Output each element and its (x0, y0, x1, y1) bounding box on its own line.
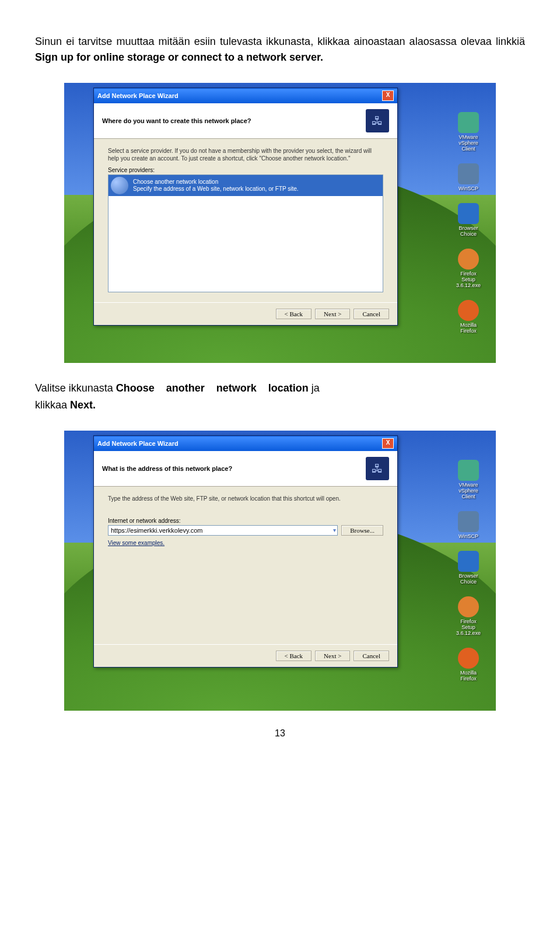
wizard-header-text: Where do you want to create this network… (102, 117, 251, 124)
desktop-icon-firefox-setup-2[interactable]: Firefox Setup 3.6.12.exe (454, 596, 483, 636)
globe-icon (111, 177, 128, 194)
instruction-text: Select a service provider. If you do not… (108, 147, 383, 162)
next-button-2[interactable]: Next > (315, 651, 350, 661)
desktop-icon-firefox-setup[interactable]: Firefox Setup 3.6.12.exe (454, 249, 483, 288)
wizard-buttons-2: < Back Next > Cancel (94, 644, 397, 667)
next-button[interactable]: Next > (315, 309, 350, 319)
intro-text: Sinun ei tarvitse muuttaa mitään esiin t… (35, 36, 525, 47)
instruction-text-2: Type the address of the Web site, FTP si… (108, 495, 383, 502)
chevron-down-icon[interactable]: ▾ (333, 527, 336, 533)
back-button[interactable]: < Back (276, 309, 312, 319)
mid-b2: Next. (70, 399, 96, 411)
provider-listbox[interactable]: Choose another network location Specify … (108, 174, 383, 292)
address-label: Internet or network address: (108, 518, 383, 524)
wizard-header-text-2: What is the address of this network plac… (102, 465, 232, 472)
provider-item-selected[interactable]: Choose another network location Specify … (108, 175, 383, 196)
back-button-2[interactable]: < Back (276, 651, 312, 661)
provider-item-title: Choose another network location (133, 179, 299, 186)
desktop-icon-winscp[interactable]: WinSCP (454, 163, 483, 191)
cancel-button-2[interactable]: Cancel (354, 651, 389, 661)
titlebar[interactable]: Add Network Place Wizard X (94, 88, 397, 103)
wizard-header-2: What is the address of this network plac… (94, 451, 397, 487)
cancel-button[interactable]: Cancel (354, 309, 389, 319)
desktop-icons: VMware vSphere Client WinSCP Browser Cho… (448, 112, 489, 334)
close-icon-2[interactable]: X (382, 438, 394, 449)
view-examples-link[interactable]: View some examples. (108, 540, 164, 546)
desktop-icon-browser-choice[interactable]: Browser Choice (454, 203, 483, 237)
screenshot-1: Add Network Place Wizard X Where do you … (64, 83, 496, 363)
intro-bold: Sign up for online storage or connect to… (35, 51, 323, 63)
titlebar-2[interactable]: Add Network Place Wizard X (94, 436, 397, 451)
browse-button[interactable]: Browse... (341, 525, 383, 536)
provider-text: Choose another network location Specify … (133, 179, 299, 193)
mid-paragraph: Valitse ikkunasta Choose another network… (35, 380, 525, 396)
provider-item-sub: Specify the address of a Web site, netwo… (133, 186, 299, 193)
address-input[interactable]: https://esimerkki.verkkolevy.com ▾ (108, 525, 338, 536)
wizard-body: Select a service provider. If you do not… (94, 139, 397, 302)
service-providers-label: Service providers: (108, 167, 383, 173)
desktop-icon-firefox[interactable]: Mozilla Firefox (454, 300, 483, 334)
close-icon[interactable]: X (382, 90, 394, 101)
page-number: 13 (35, 728, 525, 739)
network-icon-2: 🖧 (366, 457, 389, 480)
desktop-icon-firefox-2[interactable]: Mozilla Firefox (454, 648, 483, 682)
network-icon: 🖧 (366, 109, 389, 132)
address-value: https://esimerkki.verkkolevy.com (111, 527, 203, 534)
window-title-2: Add Network Place Wizard (97, 440, 178, 447)
wizard-body-2: Type the address of the Web site, FTP si… (94, 487, 397, 644)
desktop-icon-vmware[interactable]: VMware vSphere Client (454, 112, 483, 152)
desktop-icon-vmware-2[interactable]: VMware vSphere Client (454, 460, 483, 499)
wizard-header: Where do you want to create this network… (94, 103, 397, 139)
wizard-window-1: Add Network Place Wizard X Where do you … (93, 88, 398, 326)
desktop-icon-winscp-2[interactable]: WinSCP (454, 511, 483, 539)
wizard-buttons: < Back Next > Cancel (94, 302, 397, 325)
wizard-window-2: Add Network Place Wizard X What is the a… (93, 435, 398, 668)
desktop-icons-2: VMware vSphere Client WinSCP Browser Cho… (448, 460, 489, 682)
mid-paragraph-2: klikkaa Next. (35, 397, 525, 413)
address-row: https://esimerkki.verkkolevy.com ▾ Brows… (108, 525, 383, 536)
mid-t2b: klikkaa (35, 399, 70, 411)
window-title: Add Network Place Wizard (97, 92, 178, 99)
intro-paragraph: Sinun ei tarvitse muuttaa mitään esiin t… (35, 34, 525, 65)
screenshot-2: Add Network Place Wizard X What is the a… (64, 431, 496, 711)
desktop-icon-browser-choice-2[interactable]: Browser Choice (454, 551, 483, 585)
